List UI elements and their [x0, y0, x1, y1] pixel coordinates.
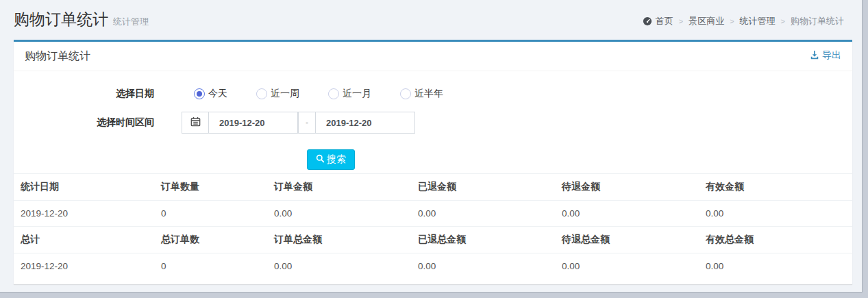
date-range-row: 选择时间区间: [14, 112, 852, 134]
search-icon: [316, 154, 327, 165]
breadcrumb-item-scenic-business[interactable]: 景区商业: [689, 15, 724, 27]
radio-last-month-circle[interactable]: [328, 88, 339, 99]
cell-stat-date: 2019-12-20: [14, 201, 154, 227]
date-filter-label: 选择日期: [14, 88, 154, 100]
page-title-text: 购物订单统计: [14, 10, 108, 28]
breadcrumb-separator: >: [781, 17, 785, 25]
cell-pending-refund-amount: 0.00: [555, 201, 699, 227]
page-title: 购物订单统计统计管理: [14, 9, 149, 30]
breadcrumb-item-current: 购物订单统计: [791, 15, 844, 27]
dashboard-icon: [643, 16, 652, 26]
radio-today-label: 今天: [208, 88, 227, 100]
column-header: 待退总金额: [555, 227, 699, 253]
panel-header: 购物订单统计 导出: [14, 42, 852, 71]
breadcrumb-home-label: 首页: [656, 15, 673, 27]
export-button[interactable]: 导出: [810, 49, 841, 62]
radio-last-half-year-circle[interactable]: [400, 88, 411, 99]
range-start-input[interactable]: [208, 112, 298, 134]
column-header: 订单金额: [267, 174, 411, 201]
column-header: 统计日期: [14, 174, 154, 201]
page-subtitle: 统计管理: [113, 16, 149, 27]
calendar-icon: [190, 116, 201, 129]
column-header: 订单数量: [154, 174, 267, 201]
date-range-input-group: -: [182, 112, 415, 134]
cell-total-valid-amount: 0.00: [699, 253, 852, 280]
cell-total-order-count: 0: [154, 253, 267, 280]
search-button[interactable]: 搜索: [307, 149, 355, 170]
breadcrumb-separator: >: [679, 17, 683, 25]
radio-today-circle[interactable]: [194, 88, 205, 99]
breadcrumb-item-statistics-management[interactable]: 统计管理: [740, 15, 776, 27]
cell-order-amount: 0.00: [267, 201, 411, 227]
statistics-table: 统计日期 订单数量 订单金额 已退金额 待退金额 有效金额 2019-12-20…: [14, 173, 852, 280]
radio-last-week-label: 近一周: [271, 88, 299, 100]
cell-refunded-amount: 0.00: [411, 201, 555, 227]
cell-total-order-amount: 0.00: [267, 253, 411, 280]
radio-last-month-label: 近一月: [343, 88, 371, 100]
panel-body: 选择日期 今天 近一周 近一月: [14, 85, 852, 280]
content-header: 购物订单统计统计管理 首页 > 景区商业 > 统计管理: [0, 0, 862, 40]
column-header: 有效总金额: [699, 227, 852, 253]
table-row-total: 2019-12-20 0 0.00 0.00 0.00 0.00: [14, 253, 852, 280]
order-statistics-panel: 购物订单统计 导出 选择日期: [14, 40, 852, 284]
cell-valid-amount: 0.00: [699, 201, 852, 227]
radio-last-week-circle[interactable]: [256, 88, 267, 99]
radio-last-half-year[interactable]: 近半年: [400, 88, 443, 100]
breadcrumb: 首页 > 景区商业 > 统计管理 > 购物订单统计: [643, 15, 844, 27]
date-radio-group: 今天 近一周 近一月 近半年: [182, 88, 472, 100]
range-separator: -: [298, 112, 316, 134]
panel-title: 购物订单统计: [25, 50, 90, 62]
table-row-daily: 2019-12-20 0 0.00 0.00 0.00 0.00: [14, 201, 852, 227]
column-header: 待退金额: [555, 174, 699, 201]
browser-viewport: 购物订单统计统计管理 首页 > 景区商业 > 统计管理: [0, 0, 868, 298]
cell-stat-date: 2019-12-20: [14, 253, 154, 280]
breadcrumb-separator: >: [730, 17, 734, 25]
cell-total-pending-refund-amount: 0.00: [555, 253, 699, 280]
download-icon: [810, 50, 822, 62]
search-button-row: 搜索: [14, 149, 852, 170]
export-label: 导出: [822, 49, 841, 62]
radio-today[interactable]: 今天: [194, 88, 227, 100]
search-button-label: 搜索: [327, 153, 346, 166]
column-header: 总订单数: [154, 227, 267, 253]
date-range-label: 选择时间区间: [14, 116, 154, 129]
radio-last-week[interactable]: 近一周: [256, 88, 299, 100]
table-header-row-daily: 统计日期 订单数量 订单金额 已退金额 待退金额 有效金额: [14, 174, 852, 201]
page: 购物订单统计统计管理 首页 > 景区商业 > 统计管理: [0, 0, 863, 293]
column-header: 有效金额: [699, 174, 852, 201]
table-header-row-total: 总计 总订单数 订单总金额 已退总金额 待退总金额 有效总金额: [14, 227, 852, 253]
date-filter-row: 选择日期 今天 近一周 近一月: [14, 85, 852, 103]
column-header: 总计: [14, 227, 154, 253]
cell-total-refunded-amount: 0.00: [411, 253, 555, 280]
cell-order-count: 0: [154, 201, 267, 227]
column-header: 已退金额: [411, 174, 555, 201]
radio-last-month[interactable]: 近一月: [328, 88, 371, 100]
radio-last-half-year-label: 近半年: [414, 88, 443, 100]
range-end-input[interactable]: [315, 112, 415, 134]
calendar-addon: [182, 112, 209, 134]
column-header: 订单总金额: [267, 227, 411, 253]
breadcrumb-home[interactable]: 首页: [643, 15, 673, 27]
column-header: 已退总金额: [411, 227, 555, 253]
